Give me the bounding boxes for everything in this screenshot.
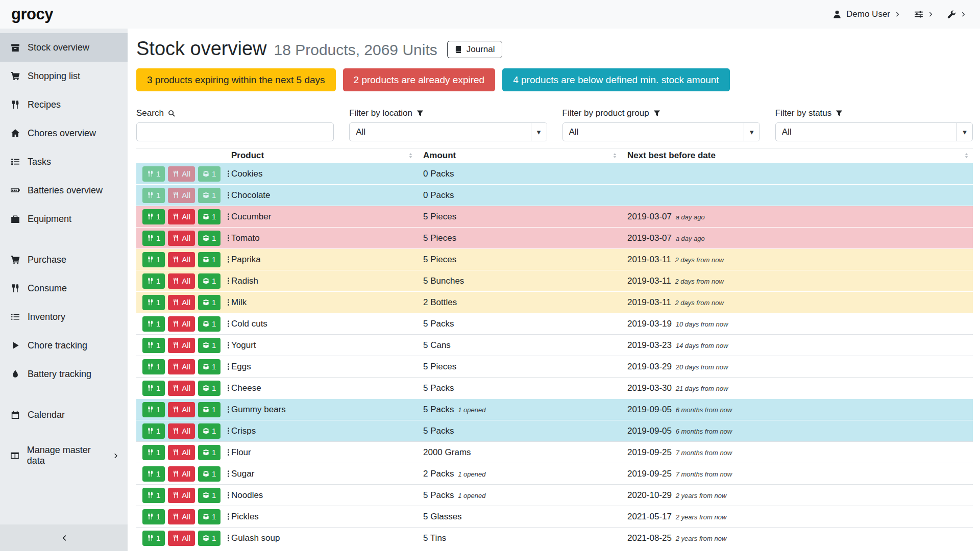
row-actions: 1All1 [142, 423, 219, 439]
open-one-button[interactable]: 1 [198, 188, 220, 203]
open-one-button[interactable]: 1 [198, 231, 220, 246]
open-one-button[interactable]: 1 [198, 209, 220, 224]
open-one-button[interactable]: 1 [198, 509, 220, 524]
open-one-button[interactable]: 1 [198, 273, 220, 289]
consume-all-button[interactable]: All [168, 166, 195, 182]
product-name-cell: Cookies [225, 163, 417, 185]
sidebar-item-equipment[interactable]: Equipment [0, 205, 128, 233]
app-logo[interactable]: grocy [11, 5, 53, 23]
journal-button[interactable]: Journal [447, 41, 502, 58]
open-one-button[interactable]: 1 [198, 166, 220, 182]
consume-all-button[interactable]: All [168, 381, 195, 396]
consume-all-button[interactable]: All [168, 466, 195, 482]
main-content: Stock overview 18 Products, 2069 Units J… [128, 29, 980, 551]
consume-all-button[interactable]: All [168, 423, 195, 439]
open-one-button[interactable]: 1 [198, 445, 220, 460]
consume-one-button[interactable]: 1 [142, 466, 165, 482]
consume-all-button[interactable]: All [168, 359, 195, 374]
consume-one-button[interactable]: 1 [142, 381, 165, 396]
consume-all-button[interactable]: All [168, 316, 195, 332]
sidebar-item-batteries-overview[interactable]: Batteries overview [0, 176, 128, 205]
sidebar-item-label: Tasks [28, 157, 51, 167]
consume-one-button[interactable]: 1 [142, 273, 165, 289]
consume-one-button[interactable]: 1 [142, 338, 165, 353]
sidebar-item-recipes[interactable]: Recipes [0, 90, 128, 119]
sidebar-collapse-button[interactable] [0, 524, 128, 551]
consume-one-button[interactable]: 1 [142, 423, 165, 439]
open-one-button[interactable]: 1 [198, 338, 220, 353]
open-one-button[interactable]: 1 [198, 359, 220, 374]
consume-one-button[interactable]: 1 [142, 445, 165, 460]
open-one-button[interactable]: 1 [198, 488, 220, 503]
sidebar-item-inventory[interactable]: Inventory [0, 303, 128, 331]
sidebar-item-label: Chore tracking [28, 340, 87, 351]
bbd-column-header[interactable]: Next best before date [621, 148, 973, 163]
sidebar-item-battery-tracking[interactable]: Battery tracking [0, 360, 128, 388]
open-one-button[interactable]: 1 [198, 295, 220, 310]
consume-one-button[interactable]: 1 [142, 509, 165, 524]
consume-one-button[interactable]: 1 [142, 316, 165, 332]
alert-danger-button[interactable]: 2 products are already expired [343, 68, 496, 91]
open-one-button[interactable]: 1 [198, 316, 220, 332]
admin-menu[interactable] [947, 10, 967, 19]
sidebar-item-chore-tracking[interactable]: Chore tracking [0, 331, 128, 360]
sidebar-item-purchase[interactable]: Purchase [0, 245, 128, 274]
sidebar-item-label: Stock overview [28, 42, 89, 53]
consume-all-button[interactable]: All [168, 188, 195, 203]
open-one-button[interactable]: 1 [198, 466, 220, 482]
utensils-icon [147, 192, 154, 198]
consume-one-button[interactable]: 1 [142, 402, 165, 417]
open-one-button[interactable]: 1 [198, 531, 220, 546]
amount-cell: 5 Packs [417, 313, 621, 335]
consume-one-button[interactable]: 1 [142, 531, 165, 546]
sidebar-item-manage-master-data[interactable]: Manage master data [0, 441, 128, 470]
chevron-right-icon [113, 453, 119, 459]
settings-menu[interactable] [914, 10, 934, 19]
consume-one-button[interactable]: 1 [142, 231, 165, 246]
search-input[interactable] [136, 122, 334, 141]
open-one-button[interactable]: 1 [198, 423, 220, 439]
open-one-button[interactable]: 1 [198, 381, 220, 396]
sidebar-item-consume[interactable]: Consume [0, 274, 128, 303]
sidebar-item-chores-overview[interactable]: Chores overview [0, 119, 128, 147]
consume-one-button[interactable]: 1 [142, 209, 165, 224]
alert-info-button[interactable]: 4 products are below defined min. stock … [502, 68, 729, 91]
sidebar-item-calendar[interactable]: Calendar [0, 400, 128, 429]
open-one-button[interactable]: 1 [198, 402, 220, 417]
consume-all-button[interactable]: All [168, 209, 195, 224]
consume-one-button[interactable]: 1 [142, 295, 165, 310]
consume-all-button[interactable]: All [168, 338, 195, 353]
bbd-cell: 2019-03-23 14 days from now [621, 335, 973, 356]
user-menu[interactable]: Demo User [832, 9, 901, 19]
consume-all-button[interactable]: All [168, 273, 195, 289]
product-column-header[interactable]: Product [225, 148, 417, 163]
consume-one-button[interactable]: 1 [142, 188, 165, 203]
consume-one-button[interactable]: 1 [142, 488, 165, 503]
amount-cell: 5 Pieces [417, 249, 621, 270]
product-group-filter-select[interactable]: All [562, 122, 760, 141]
alert-warning-button[interactable]: 3 products expiring within the next 5 da… [136, 68, 336, 91]
consume-all-button[interactable]: All [168, 509, 195, 524]
row-actions: 1All1 [142, 531, 219, 546]
page-title: Stock overview 18 Products, 2069 Units [136, 37, 437, 62]
sidebar-item-stock-overview[interactable]: Stock overview [0, 33, 128, 62]
consume-all-button[interactable]: All [168, 402, 195, 417]
sidebar-item-shopping-list[interactable]: Shopping list [0, 62, 128, 90]
consume-all-button[interactable]: All [168, 488, 195, 503]
consume-all-button[interactable]: All [168, 252, 195, 267]
status-filter-select[interactable]: All [775, 122, 973, 141]
consume-all-button[interactable]: All [168, 231, 195, 246]
consume-one-button[interactable]: 1 [142, 252, 165, 267]
open-one-button[interactable]: 1 [198, 252, 220, 267]
user-menu-label: Demo User [846, 9, 890, 19]
sidebar-item-tasks[interactable]: Tasks [0, 147, 128, 176]
consume-all-button[interactable]: All [168, 445, 195, 460]
consume-all-button[interactable]: All [168, 295, 195, 310]
sidebar-item-label: Calendar [28, 410, 65, 420]
consume-one-button[interactable]: 1 [142, 359, 165, 374]
location-filter-select[interactable]: All [349, 122, 547, 141]
amount-cell: 5 Packs [417, 420, 621, 442]
amount-column-header[interactable]: Amount [417, 148, 621, 163]
consume-all-button[interactable]: All [168, 531, 195, 546]
consume-one-button[interactable]: 1 [142, 166, 165, 182]
